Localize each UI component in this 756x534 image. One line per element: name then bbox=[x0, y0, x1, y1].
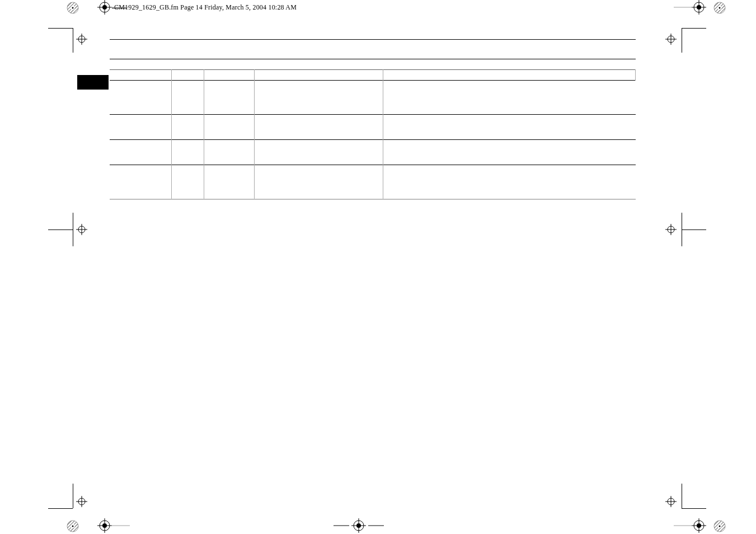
crop-line bbox=[674, 525, 693, 526]
svg-point-50 bbox=[72, 526, 74, 527]
cell bbox=[171, 115, 204, 140]
content-table bbox=[110, 69, 636, 200]
color-patch-icon bbox=[713, 519, 726, 533]
crop-line bbox=[674, 7, 693, 8]
crop-mark-bottom-right bbox=[672, 484, 711, 523]
svg-point-53 bbox=[719, 526, 721, 527]
table-row bbox=[110, 115, 636, 140]
th-1 bbox=[110, 70, 171, 81]
registration-target-icon bbox=[76, 34, 87, 45]
registration-target-large-icon bbox=[97, 518, 112, 533]
crop-line bbox=[111, 525, 130, 526]
crop-mark-top-right bbox=[672, 17, 711, 56]
color-patch-icon bbox=[66, 1, 79, 15]
cell bbox=[110, 115, 171, 140]
cell bbox=[110, 165, 171, 200]
registration-target-icon bbox=[665, 34, 677, 45]
page-content bbox=[110, 39, 636, 200]
registration-target-icon bbox=[76, 224, 87, 235]
table-row bbox=[110, 81, 636, 115]
registration-target-icon bbox=[76, 496, 87, 507]
crop-mark-right-mid bbox=[672, 213, 711, 252]
cell bbox=[204, 115, 254, 140]
svg-point-44 bbox=[72, 7, 74, 9]
crop-line-bottom-center bbox=[334, 522, 384, 530]
cell bbox=[254, 81, 383, 115]
page-header-fileinfo: CM1929_1629_GB.fm Page 14 Friday, March … bbox=[114, 3, 297, 12]
registration-target-large-icon bbox=[692, 518, 706, 533]
registration-target-large-icon bbox=[692, 0, 706, 15]
cell bbox=[171, 165, 204, 200]
cell bbox=[383, 165, 636, 200]
svg-point-47 bbox=[719, 7, 721, 9]
color-patch-icon bbox=[713, 1, 726, 15]
cell bbox=[204, 165, 254, 200]
cell bbox=[383, 140, 636, 165]
table-row bbox=[110, 140, 636, 165]
cell bbox=[254, 140, 383, 165]
cell bbox=[383, 81, 636, 115]
cell bbox=[110, 140, 171, 165]
cell bbox=[254, 165, 383, 200]
crop-line bbox=[111, 7, 130, 8]
registration-target-icon bbox=[665, 224, 677, 235]
cell bbox=[383, 115, 636, 140]
color-patch-icon bbox=[66, 519, 79, 533]
registration-target-icon bbox=[665, 496, 677, 507]
cell bbox=[171, 140, 204, 165]
filename-rest: 1929_1629_GB.fm Page 14 Friday, March 5,… bbox=[125, 3, 297, 11]
table-row bbox=[110, 165, 636, 200]
rule-sub bbox=[110, 59, 636, 59]
th-4 bbox=[254, 70, 383, 81]
registration-target-large-icon bbox=[97, 0, 112, 15]
cell bbox=[204, 140, 254, 165]
table-header-row bbox=[110, 70, 636, 81]
section-tab-marker bbox=[77, 75, 109, 90]
cell bbox=[254, 115, 383, 140]
cell bbox=[204, 81, 254, 115]
cell bbox=[110, 81, 171, 115]
th-2 bbox=[171, 70, 204, 81]
th-5 bbox=[383, 70, 636, 81]
cell bbox=[171, 81, 204, 115]
th-3 bbox=[204, 70, 254, 81]
